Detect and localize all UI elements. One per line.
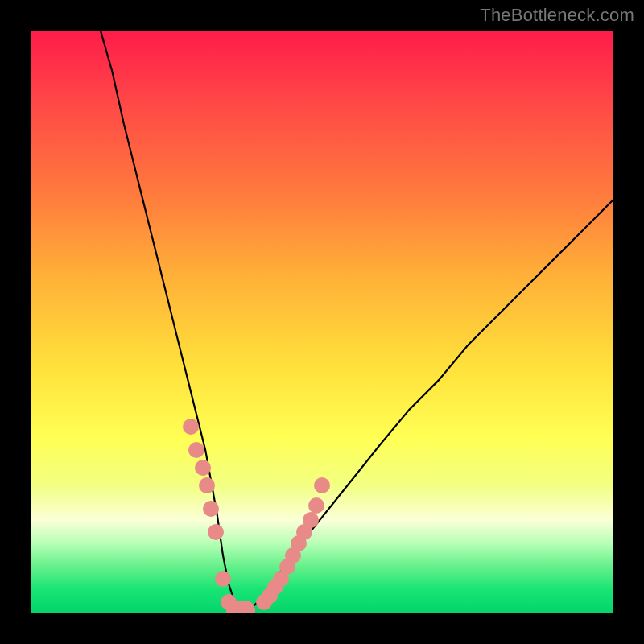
curve-svg [31,31,613,613]
data-marker [208,524,224,540]
data-marker [199,477,215,493]
bottleneck-curve [101,31,613,613]
watermark-text: TheBottleneck.com [480,5,634,26]
data-marker [203,501,219,517]
data-marker [314,477,330,493]
plot-area [31,31,613,613]
data-marker [215,571,231,587]
data-marker [303,512,319,528]
chart-frame: TheBottleneck.com [0,0,644,644]
data-marker [195,460,211,476]
data-marker [308,497,324,514]
